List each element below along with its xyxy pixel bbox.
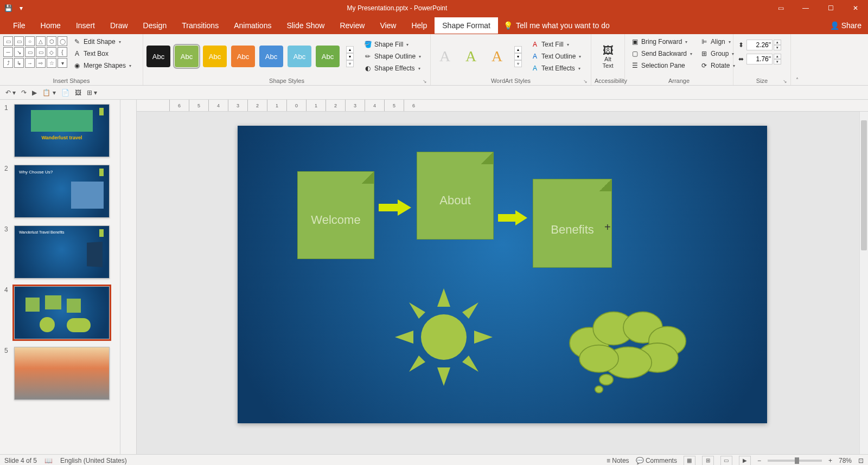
tab-review[interactable]: Review bbox=[332, 17, 372, 34]
arrow-1[interactable] bbox=[379, 199, 411, 216]
tab-draw[interactable]: Draw bbox=[103, 17, 136, 34]
zoom-out-button[interactable]: − bbox=[757, 457, 761, 464]
style-orange[interactable]: Abc bbox=[231, 46, 255, 67]
share-button[interactable]: 👤 Share bbox=[830, 21, 861, 30]
wordart-2[interactable]: A bbox=[460, 46, 482, 67]
send-backward-button[interactable]: ▢Send Backward▾ bbox=[628, 48, 694, 59]
shape-outline-button[interactable]: ✏Shape Outline▾ bbox=[361, 51, 423, 62]
spell-check-icon[interactable]: 📖 bbox=[44, 457, 53, 464]
shape-styles-launcher[interactable]: ↘ bbox=[423, 79, 427, 84]
text-outline-button[interactable]: AText Outline▾ bbox=[528, 51, 583, 62]
shape-sun[interactable] bbox=[390, 283, 498, 391]
wa-gallery-more-icon[interactable]: ▿ bbox=[514, 60, 522, 67]
style-black[interactable]: Abc bbox=[146, 46, 170, 67]
height-up[interactable]: ▴ bbox=[774, 40, 781, 45]
thumb-1[interactable]: Wanderlust travel bbox=[14, 104, 110, 157]
normal-view-button[interactable]: ▦ bbox=[684, 456, 695, 466]
alt-text-button[interactable]: 🖼 Alt Text bbox=[595, 36, 621, 76]
tell-me-search[interactable]: 💡 Tell me what you want to do bbox=[503, 21, 610, 30]
align-button[interactable]: ⊫Align▾ bbox=[698, 36, 737, 47]
maximize-button[interactable]: ☐ bbox=[818, 0, 843, 16]
shapes-gallery[interactable]: ▭▭○△⬡◯ ─↘▭▭◇{ ⤴↳→⇨☆▾ bbox=[3, 36, 67, 76]
slide-canvas[interactable]: Welcome About Benefits + bbox=[238, 126, 767, 423]
tab-slide-show[interactable]: Slide Show bbox=[279, 17, 332, 34]
shape-benefits[interactable]: Benefits bbox=[533, 179, 612, 268]
wordart-3[interactable]: A bbox=[486, 46, 508, 67]
shape-welcome[interactable]: Welcome bbox=[297, 171, 374, 259]
text-effects-button[interactable]: AText Effects▾ bbox=[528, 63, 583, 74]
qat-dropdown-icon[interactable]: ▾ bbox=[16, 3, 26, 13]
height-down[interactable]: ▾ bbox=[774, 45, 781, 50]
gallery-down-icon[interactable]: ▾ bbox=[346, 53, 354, 60]
style-lightblue[interactable]: Abc bbox=[288, 46, 311, 67]
edit-shape-button[interactable]: ✎Edit Shape▾ bbox=[71, 36, 133, 47]
tab-design[interactable]: Design bbox=[136, 17, 175, 34]
group-button[interactable]: ⊞Group▾ bbox=[698, 48, 737, 59]
autosave-icon[interactable]: 💾 bbox=[3, 3, 13, 13]
height-input[interactable] bbox=[746, 40, 773, 50]
minimize-button[interactable]: — bbox=[793, 0, 818, 16]
tab-animations[interactable]: Animations bbox=[226, 17, 279, 34]
zoom-level[interactable]: 78% bbox=[839, 457, 852, 464]
style-yellow[interactable]: Abc bbox=[203, 46, 227, 67]
width-input[interactable] bbox=[746, 54, 773, 64]
gallery-more-icon[interactable]: ▿ bbox=[346, 60, 354, 67]
zoom-in-button[interactable]: + bbox=[828, 457, 832, 464]
width-field[interactable]: ⬌ ▴▾ bbox=[737, 54, 781, 64]
slideshow-view-button[interactable]: ▶ bbox=[739, 456, 751, 466]
width-down[interactable]: ▾ bbox=[774, 59, 781, 64]
undo-button[interactable]: ↶ ▾ bbox=[5, 89, 16, 96]
notes-button[interactable]: ≡ Notes bbox=[607, 457, 629, 464]
bring-forward-button[interactable]: ▣Bring Forward▾ bbox=[628, 36, 694, 47]
ribbon-display-icon[interactable]: ▭ bbox=[768, 0, 793, 16]
reading-view-button[interactable]: ▭ bbox=[720, 456, 732, 466]
tab-help[interactable]: Help bbox=[404, 17, 435, 34]
wordart-1[interactable]: A bbox=[434, 46, 456, 67]
tab-file[interactable]: File bbox=[5, 17, 33, 34]
collapse-ribbon-button[interactable]: ˄ bbox=[791, 34, 803, 85]
arrow-2[interactable] bbox=[498, 210, 527, 225]
qat-item-6[interactable]: 🖼 bbox=[75, 89, 81, 96]
size-launcher[interactable]: ↘ bbox=[783, 79, 787, 84]
slide-thumbnails[interactable]: 1Wanderlust travel 2Why Choose Us? 3Wand… bbox=[0, 100, 120, 454]
style-green[interactable]: Abc bbox=[175, 46, 199, 67]
comments-button[interactable]: 💬 Comments bbox=[636, 457, 677, 464]
style-blue[interactable]: Abc bbox=[259, 46, 283, 67]
qat-item-7[interactable]: ⊞ ▾ bbox=[87, 89, 97, 96]
tab-home[interactable]: Home bbox=[33, 17, 68, 34]
fit-to-window-button[interactable]: ⊡ bbox=[858, 457, 864, 464]
thumb-4[interactable] bbox=[14, 286, 110, 339]
wordart-launcher[interactable]: ↘ bbox=[583, 79, 588, 84]
shape-about[interactable]: About bbox=[417, 152, 494, 240]
language-status[interactable]: English (United States) bbox=[60, 457, 127, 464]
merge-shapes-button[interactable]: ◉Merge Shapes▾ bbox=[71, 60, 133, 71]
style-green2[interactable]: Abc bbox=[316, 46, 340, 67]
scrollbar-vertical[interactable] bbox=[859, 112, 868, 454]
shape-fill-button[interactable]: 🪣Shape Fill▾ bbox=[361, 39, 423, 50]
height-field[interactable]: ⬍ ▴▾ bbox=[737, 40, 781, 50]
qat-item-5[interactable]: 📄 bbox=[61, 89, 69, 96]
thumb-2[interactable]: Why Choose Us? bbox=[14, 165, 110, 218]
wa-gallery-down-icon[interactable]: ▾ bbox=[514, 53, 522, 60]
thumb-5[interactable] bbox=[14, 347, 110, 400]
gallery-up-icon[interactable]: ▴ bbox=[346, 46, 354, 53]
tab-view[interactable]: View bbox=[372, 17, 404, 34]
selection-pane-button[interactable]: ☰Selection Pane bbox=[628, 60, 694, 71]
tab-transitions[interactable]: Transitions bbox=[174, 17, 226, 34]
shape-effects-button[interactable]: ◐Shape Effects▾ bbox=[361, 63, 423, 74]
slide-counter[interactable]: Slide 4 of 5 bbox=[4, 457, 37, 464]
text-fill-button[interactable]: AText Fill▾ bbox=[528, 39, 583, 50]
redo-button[interactable]: ↷ bbox=[21, 89, 27, 96]
thumb-3[interactable]: Wanderlust Travel Benefits bbox=[14, 225, 110, 279]
sorter-view-button[interactable]: ⊞ bbox=[702, 456, 714, 466]
zoom-slider[interactable] bbox=[768, 460, 822, 462]
shape-thought-cloud[interactable] bbox=[552, 299, 704, 397]
rotate-button[interactable]: ⟳Rotate▾ bbox=[698, 60, 737, 71]
text-box-button[interactable]: AText Box bbox=[71, 48, 133, 59]
tab-insert[interactable]: Insert bbox=[68, 17, 103, 34]
wa-gallery-up-icon[interactable]: ▴ bbox=[514, 46, 522, 53]
qat-item-4[interactable]: 📋 ▾ bbox=[42, 89, 55, 96]
close-button[interactable]: ✕ bbox=[843, 0, 868, 16]
width-up[interactable]: ▴ bbox=[774, 54, 781, 59]
wordart-gallery[interactable]: A A A ▴ ▾ ▿ bbox=[434, 46, 522, 67]
